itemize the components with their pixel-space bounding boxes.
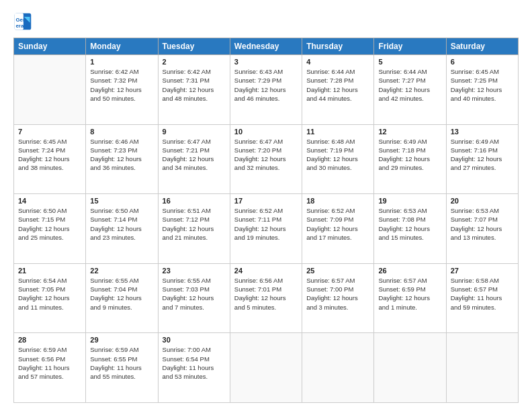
day-cell: 29Sunrise: 6:59 AMSunset: 6:55 PMDayligh… — [86, 333, 158, 403]
day-detail: Sunrise: 6:50 AMSunset: 7:14 PMDaylight:… — [90, 206, 153, 242]
weekday-header-wednesday: Wednesday — [230, 38, 302, 55]
day-cell: 6Sunrise: 6:45 AMSunset: 7:25 PMDaylight… — [446, 55, 518, 125]
week-row-2: 7Sunrise: 6:45 AMSunset: 7:24 PMDaylight… — [14, 124, 519, 194]
day-number: 2 — [163, 58, 226, 66]
day-number: 7 — [18, 128, 81, 136]
day-cell: 8Sunrise: 6:46 AMSunset: 7:23 PMDaylight… — [86, 124, 158, 194]
day-cell: 17Sunrise: 6:52 AMSunset: 7:11 PMDayligh… — [230, 194, 302, 264]
day-detail: Sunrise: 6:53 AMSunset: 7:07 PMDaylight:… — [451, 206, 514, 242]
day-cell: 10Sunrise: 6:47 AMSunset: 7:20 PMDayligh… — [230, 124, 302, 194]
day-detail: Sunrise: 6:49 AMSunset: 7:16 PMDaylight:… — [451, 137, 514, 173]
calendar-table: SundayMondayTuesdayWednesdayThursdayFrid… — [13, 38, 519, 403]
day-cell — [14, 55, 86, 125]
day-number: 22 — [90, 267, 153, 275]
day-detail: Sunrise: 6:59 AMSunset: 6:55 PMDaylight:… — [90, 345, 153, 381]
day-detail: Sunrise: 6:46 AMSunset: 7:23 PMDaylight:… — [90, 137, 153, 173]
day-cell: 12Sunrise: 6:49 AMSunset: 7:18 PMDayligh… — [374, 124, 446, 194]
day-detail: Sunrise: 6:42 AMSunset: 7:32 PMDaylight:… — [90, 67, 153, 103]
day-cell: 5Sunrise: 6:44 AMSunset: 7:27 PMDaylight… — [374, 55, 446, 125]
day-number: 1 — [90, 58, 153, 66]
day-number: 21 — [18, 267, 81, 275]
day-cell: 7Sunrise: 6:45 AMSunset: 7:24 PMDaylight… — [14, 124, 86, 194]
day-detail: Sunrise: 6:44 AMSunset: 7:27 PMDaylight:… — [378, 67, 441, 103]
day-detail: Sunrise: 6:50 AMSunset: 7:15 PMDaylight:… — [18, 206, 81, 242]
day-cell: 25Sunrise: 6:57 AMSunset: 7:00 PMDayligh… — [302, 263, 374, 333]
day-number: 30 — [163, 336, 226, 344]
day-cell: 3Sunrise: 6:43 AMSunset: 7:29 PMDaylight… — [230, 55, 302, 125]
day-cell: 22Sunrise: 6:55 AMSunset: 7:04 PMDayligh… — [86, 263, 158, 333]
week-row-1: 1Sunrise: 6:42 AMSunset: 7:32 PMDaylight… — [14, 55, 519, 125]
day-number: 19 — [378, 197, 441, 205]
day-cell: 9Sunrise: 6:47 AMSunset: 7:21 PMDaylight… — [158, 124, 230, 194]
day-cell: 1Sunrise: 6:42 AMSunset: 7:32 PMDaylight… — [86, 55, 158, 125]
day-cell: 28Sunrise: 6:59 AMSunset: 6:56 PMDayligh… — [14, 333, 86, 403]
weekday-header-saturday: Saturday — [446, 38, 518, 55]
day-number: 8 — [90, 128, 153, 136]
day-cell: 11Sunrise: 6:48 AMSunset: 7:19 PMDayligh… — [302, 124, 374, 194]
weekday-header-tuesday: Tuesday — [158, 38, 230, 55]
day-number: 12 — [378, 128, 441, 136]
day-detail: Sunrise: 6:47 AMSunset: 7:21 PMDaylight:… — [163, 137, 226, 173]
day-cell: 21Sunrise: 6:54 AMSunset: 7:05 PMDayligh… — [14, 263, 86, 333]
svg-text:Gen: Gen — [16, 17, 26, 23]
day-detail: Sunrise: 6:57 AMSunset: 7:00 PMDaylight:… — [306, 276, 369, 312]
day-number: 24 — [234, 267, 298, 275]
day-number: 20 — [451, 197, 514, 205]
day-detail: Sunrise: 6:43 AMSunset: 7:29 PMDaylight:… — [234, 67, 298, 103]
day-detail: Sunrise: 6:54 AMSunset: 7:05 PMDaylight:… — [18, 276, 81, 312]
day-detail: Sunrise: 7:00 AMSunset: 6:54 PMDaylight:… — [163, 345, 226, 381]
day-number: 9 — [163, 128, 226, 136]
day-number: 26 — [378, 267, 441, 275]
day-number: 4 — [306, 58, 369, 66]
day-detail: Sunrise: 6:49 AMSunset: 7:18 PMDaylight:… — [378, 137, 441, 173]
day-number: 28 — [18, 336, 81, 344]
day-number: 18 — [306, 197, 369, 205]
weekday-header-sunday: Sunday — [14, 38, 86, 55]
logo: Gen eral — [13, 12, 35, 31]
day-number: 27 — [451, 267, 514, 275]
week-row-3: 14Sunrise: 6:50 AMSunset: 7:15 PMDayligh… — [14, 194, 519, 264]
day-cell — [230, 333, 302, 403]
day-number: 13 — [451, 128, 514, 136]
day-number: 17 — [234, 197, 298, 205]
day-detail: Sunrise: 6:47 AMSunset: 7:20 PMDaylight:… — [234, 137, 298, 173]
day-cell: 20Sunrise: 6:53 AMSunset: 7:07 PMDayligh… — [446, 194, 518, 264]
day-detail: Sunrise: 6:58 AMSunset: 6:57 PMDaylight:… — [451, 276, 514, 312]
day-cell: 14Sunrise: 6:50 AMSunset: 7:15 PMDayligh… — [14, 194, 86, 264]
day-cell: 30Sunrise: 7:00 AMSunset: 6:54 PMDayligh… — [158, 333, 230, 403]
day-number: 15 — [90, 197, 153, 205]
day-number: 16 — [163, 197, 226, 205]
weekday-header-thursday: Thursday — [302, 38, 374, 55]
day-detail: Sunrise: 6:52 AMSunset: 7:09 PMDaylight:… — [306, 206, 369, 242]
day-number: 3 — [234, 58, 298, 66]
page: Gen eral SundayMondayTuesdayWednesdayThu… — [0, 0, 532, 411]
day-cell: 2Sunrise: 6:42 AMSunset: 7:31 PMDaylight… — [158, 55, 230, 125]
day-detail: Sunrise: 6:45 AMSunset: 7:24 PMDaylight:… — [18, 137, 81, 173]
day-number: 25 — [306, 267, 369, 275]
week-row-4: 21Sunrise: 6:54 AMSunset: 7:05 PMDayligh… — [14, 263, 519, 333]
day-number: 6 — [451, 58, 514, 66]
day-detail: Sunrise: 6:57 AMSunset: 6:59 PMDaylight:… — [378, 276, 441, 312]
day-number: 10 — [234, 128, 298, 136]
day-cell: 24Sunrise: 6:56 AMSunset: 7:01 PMDayligh… — [230, 263, 302, 333]
day-cell: 26Sunrise: 6:57 AMSunset: 6:59 PMDayligh… — [374, 263, 446, 333]
day-cell: 18Sunrise: 6:52 AMSunset: 7:09 PMDayligh… — [302, 194, 374, 264]
day-detail: Sunrise: 6:48 AMSunset: 7:19 PMDaylight:… — [306, 137, 369, 173]
logo-icon: Gen eral — [13, 12, 32, 31]
day-cell — [374, 333, 446, 403]
day-number: 5 — [378, 58, 441, 66]
day-detail: Sunrise: 6:55 AMSunset: 7:04 PMDaylight:… — [90, 276, 153, 312]
day-cell: 19Sunrise: 6:53 AMSunset: 7:08 PMDayligh… — [374, 194, 446, 264]
day-number: 23 — [163, 267, 226, 275]
day-detail: Sunrise: 6:42 AMSunset: 7:31 PMDaylight:… — [163, 67, 226, 103]
day-detail: Sunrise: 6:56 AMSunset: 7:01 PMDaylight:… — [234, 276, 298, 312]
day-detail: Sunrise: 6:53 AMSunset: 7:08 PMDaylight:… — [378, 206, 441, 242]
day-cell: 13Sunrise: 6:49 AMSunset: 7:16 PMDayligh… — [446, 124, 518, 194]
day-cell: 23Sunrise: 6:55 AMSunset: 7:03 PMDayligh… — [158, 263, 230, 333]
day-number: 14 — [18, 197, 81, 205]
day-cell: 4Sunrise: 6:44 AMSunset: 7:28 PMDaylight… — [302, 55, 374, 125]
day-number: 11 — [306, 128, 369, 136]
day-cell: 15Sunrise: 6:50 AMSunset: 7:14 PMDayligh… — [86, 194, 158, 264]
weekday-header-row: SundayMondayTuesdayWednesdayThursdayFrid… — [14, 38, 519, 55]
weekday-header-friday: Friday — [374, 38, 446, 55]
